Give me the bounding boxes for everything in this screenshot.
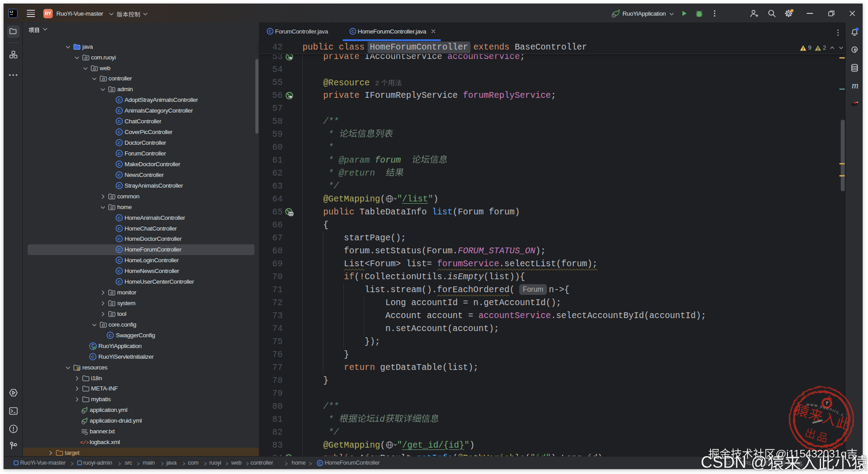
svg-text:C: C (117, 140, 120, 145)
svg-text:C: C (269, 29, 272, 34)
svg-text:C: C (117, 236, 120, 241)
svg-text:C: C (117, 151, 120, 156)
svg-text:C: C (117, 119, 120, 124)
svg-text:C: C (117, 247, 120, 252)
svg-text:C: C (318, 461, 322, 466)
svg-text:</>: </> (80, 440, 89, 445)
svg-text:C: C (109, 333, 112, 338)
svg-text:C: C (117, 183, 120, 188)
svg-text:C: C (117, 226, 120, 231)
svg-text:C: C (117, 215, 120, 220)
svg-text:C: C (117, 97, 120, 102)
svg-text:C: C (117, 172, 120, 177)
svg-text:C: C (351, 29, 355, 34)
svg-text:C: C (91, 354, 94, 359)
svg-text:C: C (117, 268, 120, 273)
svg-text:C: C (117, 258, 120, 263)
svg-text:C: C (117, 162, 120, 167)
svg-text:C: C (117, 279, 120, 284)
svg-text:C: C (117, 108, 120, 113)
svg-text:C: C (117, 130, 120, 134)
